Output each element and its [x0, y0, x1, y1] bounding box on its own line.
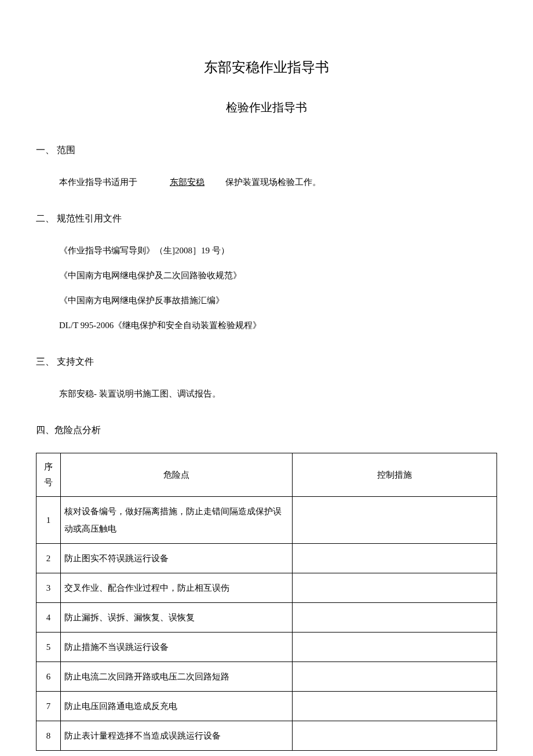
section-heading-support: 三、 支持文件	[36, 356, 497, 368]
cell-risk: 防止电流二次回路开路或电压二次回路短路	[61, 662, 293, 692]
references-list: 《作业指导书编写导则》（生]2008］19 号） 《中国南方电网继电保护及二次回…	[59, 241, 497, 335]
header-risk: 危险点	[61, 453, 293, 497]
cell-seq: 4	[36, 603, 61, 633]
cell-seq: 8	[36, 721, 61, 751]
cell-risk: 核对设备编号，做好隔离措施，防止走错间隔造成保护误动或高压触电	[61, 497, 293, 544]
scope-prefix: 本作业指导书适用于	[59, 173, 137, 192]
table-row: 2 防止图实不符误跳运行设备	[36, 544, 497, 573]
document-title: 东部安稳作业指导书	[36, 58, 497, 77]
section-heading-scope: 一、 范围	[36, 144, 497, 157]
reference-item: 《中国南方电网继电保护及二次回路验收规范》	[59, 266, 497, 285]
table-row: 3 交叉作业、配合作业过程中，防止相互误伤	[36, 573, 497, 603]
cell-risk: 防止表计量程选择不当造成误跳运行设备	[61, 721, 293, 751]
cell-seq: 2	[36, 544, 61, 573]
section-heading-risk: 四、危险点分析	[36, 424, 497, 437]
scope-suffix: 保护装置现场检验工作。	[225, 173, 321, 192]
table-row: 1 核对设备编号，做好隔离措施，防止走错间隔造成保护误动或高压触电	[36, 497, 497, 544]
cell-measure	[293, 633, 497, 662]
risk-table: 序号 危险点 控制措施 1 核对设备编号，做好隔离措施，防止走错间隔造成保护误动…	[36, 453, 497, 751]
cell-measure	[293, 544, 497, 573]
scope-line: 本作业指导书适用于 东部安稳 保护装置现场检验工作。	[59, 173, 497, 192]
reference-item: DL/T 995-2006《继电保护和安全自动装置检验规程》	[59, 316, 497, 335]
table-row: 4 防止漏拆、误拆、漏恢复、误恢复	[36, 603, 497, 633]
header-seq: 序号	[36, 453, 61, 497]
table-header-row: 序号 危险点 控制措施	[36, 453, 497, 497]
cell-seq: 5	[36, 633, 61, 662]
table-row: 7 防止电压回路通电造成反充电	[36, 692, 497, 721]
cell-measure	[293, 662, 497, 692]
cell-seq: 7	[36, 692, 61, 721]
cell-risk: 防止电压回路通电造成反充电	[61, 692, 293, 721]
cell-measure	[293, 497, 497, 544]
cell-risk: 交叉作业、配合作业过程中，防止相互误伤	[61, 573, 293, 603]
header-measure: 控制措施	[293, 453, 497, 497]
section-heading-references: 二、 规范性引用文件	[36, 213, 497, 225]
table-row: 5 防止措施不当误跳运行设备	[36, 633, 497, 662]
support-text: 东部安稳- 装置说明书施工图、调试报告。	[59, 384, 497, 404]
cell-risk: 防止图实不符误跳运行设备	[61, 544, 293, 573]
reference-item: 《作业指导书编写导则》（生]2008］19 号）	[59, 241, 497, 260]
scope-underlined: 东部安稳	[166, 173, 208, 192]
cell-measure	[293, 573, 497, 603]
cell-seq: 3	[36, 573, 61, 603]
cell-measure	[293, 692, 497, 721]
cell-risk: 防止漏拆、误拆、漏恢复、误恢复	[61, 603, 293, 633]
table-row: 6 防止电流二次回路开路或电压二次回路短路	[36, 662, 497, 692]
cell-risk: 防止措施不当误跳运行设备	[61, 633, 293, 662]
table-row: 8 防止表计量程选择不当造成误跳运行设备	[36, 721, 497, 751]
cell-measure	[293, 721, 497, 751]
document-subtitle: 检验作业指导书	[36, 100, 497, 115]
cell-seq: 6	[36, 662, 61, 692]
cell-seq: 1	[36, 497, 61, 544]
reference-item: 《中国南方电网继电保护反事故措施汇编》	[59, 291, 497, 310]
cell-measure	[293, 603, 497, 633]
